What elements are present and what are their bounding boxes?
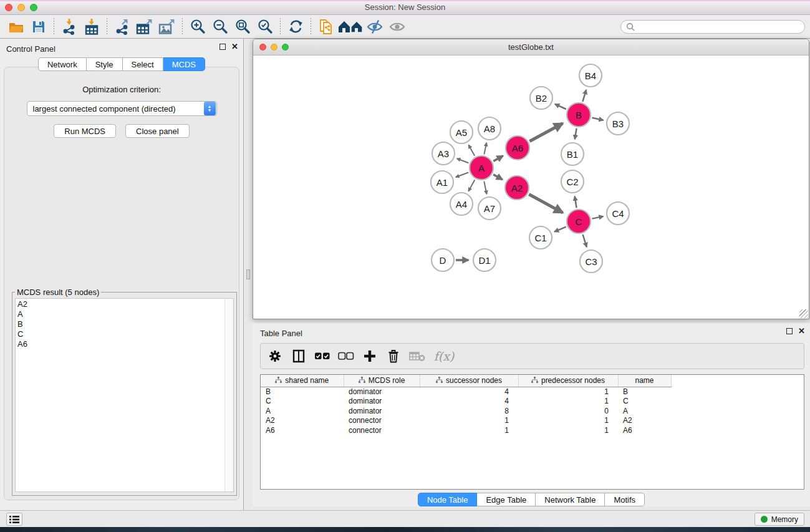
table-row[interactable]: Adominator80A xyxy=(261,406,804,416)
graph-edge-A-A7[interactable] xyxy=(484,181,486,195)
table-cell[interactable]: C xyxy=(618,397,671,407)
zoom-fit-button[interactable] xyxy=(231,17,254,37)
float-panel-icon[interactable] xyxy=(219,44,226,50)
close-panel-icon[interactable]: ✕ xyxy=(231,44,238,50)
table-header-row[interactable]: shared nameMCDS rolesuccessor nodesprede… xyxy=(261,375,804,387)
table-row[interactable]: A6connector11A6 xyxy=(261,425,804,435)
table-cell[interactable]: 4 xyxy=(420,397,518,407)
graph-edge-A6-B[interactable] xyxy=(529,123,562,142)
table-cell[interactable]: A xyxy=(618,406,671,416)
table-cell[interactable]: A2 xyxy=(261,416,344,426)
table-cell[interactable]: connector xyxy=(344,416,420,426)
task-history-button[interactable] xyxy=(6,513,22,526)
tab-network[interactable]: Network xyxy=(38,57,87,71)
column-header-predecessor-nodes[interactable]: predecessor nodes xyxy=(518,375,618,387)
graph-edge-A-A3[interactable] xyxy=(457,158,469,163)
graph-edge-A-A1[interactable] xyxy=(456,173,469,178)
table-row[interactable]: Cdominator41C xyxy=(261,397,804,407)
tab-select[interactable]: Select xyxy=(123,57,163,71)
divider-handle[interactable] xyxy=(246,269,250,279)
hide-panels-button[interactable] xyxy=(364,17,386,37)
graph-edge-A-A5[interactable] xyxy=(468,145,475,156)
show-panels-button[interactable] xyxy=(386,17,408,37)
graph-edge-B-B2[interactable] xyxy=(555,104,566,109)
tab-motifs[interactable]: Motifs xyxy=(605,493,645,506)
table-cell[interactable]: dominator xyxy=(344,387,420,397)
select-all-columns-button[interactable] xyxy=(312,346,333,367)
table-cell[interactable]: 1 xyxy=(420,416,518,426)
optimization-dropdown[interactable]: largest connected component (directed) ▲… xyxy=(27,101,217,116)
graph-edge-A-A6[interactable] xyxy=(493,156,503,162)
network-canvas[interactable]: B4B2BB3A5A8A6A3B1AA1C2A2A4A7C4CC1C3DD1 xyxy=(253,56,809,318)
tab-mcds[interactable]: MCDS xyxy=(163,57,205,71)
mcds-result-item[interactable]: A6 xyxy=(17,339,224,349)
search-input[interactable] xyxy=(638,22,799,31)
table-cell[interactable]: 1 xyxy=(518,425,618,435)
import-network-button[interactable] xyxy=(58,17,80,37)
table-cell[interactable]: 1 xyxy=(518,416,618,426)
column-header-MCDS-role[interactable]: MCDS role xyxy=(344,375,420,387)
delete-columns-button[interactable] xyxy=(383,346,404,367)
tab-network-table[interactable]: Network Table xyxy=(536,493,605,506)
graph-edge-A-A2[interactable] xyxy=(493,175,503,180)
close-panel-button[interactable]: Close panel xyxy=(125,124,190,138)
table-cell[interactable]: A6 xyxy=(618,425,671,435)
float-panel-icon[interactable] xyxy=(786,328,793,334)
tab-node-table[interactable]: Node Table xyxy=(418,493,478,506)
graph-edge-C-C3[interactable] xyxy=(583,235,587,247)
mcds-result-item[interactable]: B xyxy=(17,319,224,329)
table-cell[interactable]: 4 xyxy=(420,387,518,397)
table-settings-button[interactable] xyxy=(264,346,286,367)
export-table-button[interactable] xyxy=(133,17,156,37)
table-cell[interactable]: 1 xyxy=(420,425,518,435)
table-cell[interactable]: 8 xyxy=(420,406,518,416)
table-cell[interactable]: B xyxy=(261,387,344,397)
network-overview-button[interactable] xyxy=(337,17,364,37)
deselect-all-columns-button[interactable] xyxy=(335,346,357,367)
delete-table-button[interactable] xyxy=(407,346,428,367)
graph-edge-C-C4[interactable] xyxy=(592,216,604,219)
tab-edge-table[interactable]: Edge Table xyxy=(477,493,536,506)
save-session-button[interactable] xyxy=(27,17,50,37)
run-mcds-button[interactable]: Run MCDS xyxy=(54,124,116,138)
column-header-successor-nodes[interactable]: successor nodes xyxy=(420,375,518,387)
mcds-result-item[interactable]: C xyxy=(17,329,224,339)
column-header-name[interactable]: name xyxy=(618,375,671,387)
zoom-out-button[interactable] xyxy=(209,17,231,37)
search-field[interactable] xyxy=(620,20,805,34)
add-column-button[interactable] xyxy=(359,346,380,367)
column-header-shared-name[interactable]: shared name xyxy=(261,375,344,387)
duplicate-network-button[interactable] xyxy=(315,17,337,37)
table-cell[interactable]: connector xyxy=(344,425,420,435)
dropdown-stepper[interactable]: ▲ ▼ xyxy=(204,102,216,115)
zoom-in-button[interactable] xyxy=(186,17,209,37)
export-image-button[interactable] xyxy=(156,17,178,37)
graph-edge-B-B4[interactable] xyxy=(582,90,586,102)
tab-style[interactable]: Style xyxy=(87,57,123,71)
split-view-button[interactable] xyxy=(288,346,309,367)
table-cell[interactable]: 1 xyxy=(518,397,618,407)
mcds-result-item[interactable]: A2 xyxy=(17,299,224,309)
graph-edge-C-C2[interactable] xyxy=(575,196,577,208)
export-network-button[interactable] xyxy=(111,17,133,37)
graph-edge-A2-C[interactable] xyxy=(529,195,562,213)
table-cell[interactable]: C xyxy=(261,397,344,407)
result-list-scrollbar[interactable] xyxy=(224,299,233,491)
zoom-selected-button[interactable] xyxy=(254,17,276,37)
graph-edge-B-B3[interactable] xyxy=(592,118,604,120)
resize-grip-icon[interactable] xyxy=(799,309,808,318)
table-row[interactable]: Bdominator41B xyxy=(261,387,804,397)
graph-edge-B-B1[interactable] xyxy=(575,128,577,140)
open-session-button[interactable] xyxy=(5,17,27,37)
function-builder-button[interactable]: f(x) xyxy=(430,346,458,367)
panel-divider[interactable] xyxy=(244,39,253,510)
graph-edge-C-C1[interactable] xyxy=(554,227,566,232)
memory-button[interactable]: Memory xyxy=(755,513,804,526)
table-cell[interactable]: A6 xyxy=(261,425,344,435)
table-cell[interactable]: 0 xyxy=(518,406,618,416)
table-cell[interactable]: A xyxy=(261,406,344,416)
table-row[interactable]: A2connector11A2 xyxy=(261,416,804,426)
graph-edge-A-A8[interactable] xyxy=(484,143,486,155)
import-table-button[interactable] xyxy=(80,17,103,37)
close-panel-icon[interactable]: ✕ xyxy=(798,328,805,334)
